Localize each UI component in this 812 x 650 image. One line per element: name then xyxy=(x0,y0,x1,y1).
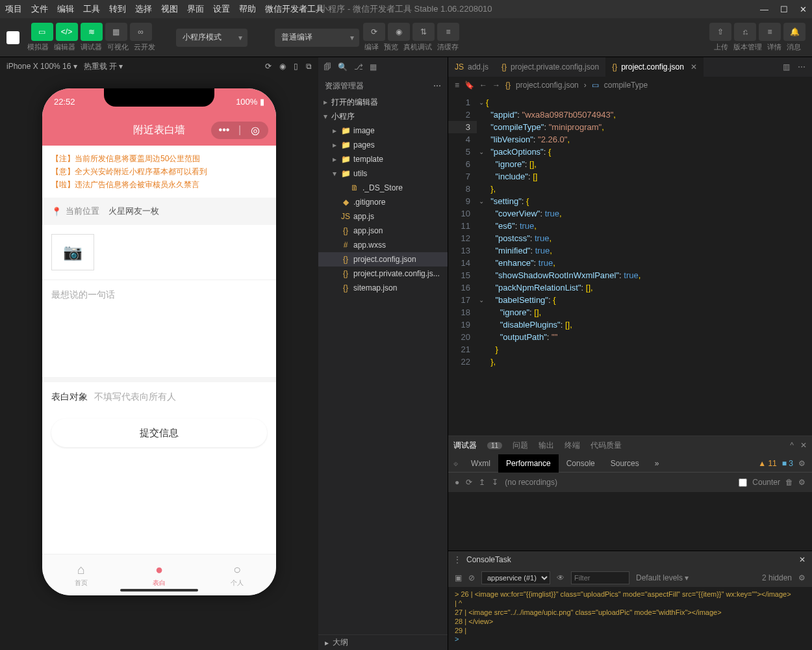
context-select[interactable]: appservice (#1) xyxy=(481,571,550,584)
section-project[interactable]: ▾小程序 xyxy=(318,109,448,124)
menu-settings[interactable]: 设置 xyxy=(213,3,230,15)
compile-button[interactable]: ⟳ xyxy=(363,23,385,41)
version-button[interactable]: ⎌ xyxy=(734,23,756,41)
filter-input[interactable] xyxy=(571,571,629,584)
warn-count[interactable]: ▲ 11 xyxy=(758,459,777,468)
perf-record-icon[interactable]: ● xyxy=(455,478,459,487)
tree-item-.gitignore[interactable]: ◆.gitignore xyxy=(318,195,448,209)
menu-select[interactable]: 选择 xyxy=(135,3,152,15)
tree-item-template[interactable]: ▸📁template xyxy=(318,152,448,166)
section-open-editors[interactable]: ▸打开的编辑器 xyxy=(318,95,448,109)
capsule-close-icon[interactable]: ◎ xyxy=(247,124,263,136)
cloud-button[interactable]: ∞ xyxy=(130,23,152,41)
visual-button[interactable]: ▦ xyxy=(105,23,127,41)
tree-item-project.config.json[interactable]: {}project.config.json xyxy=(318,252,448,266)
forward-icon[interactable]: → xyxy=(492,81,500,90)
menu-goto[interactable]: 转到 xyxy=(109,3,126,15)
hidden-count[interactable]: 2 hidden xyxy=(762,573,792,582)
simulator-button[interactable]: ▭ xyxy=(31,23,53,41)
inspect-icon[interactable]: ⟐ xyxy=(448,459,463,468)
target-input[interactable]: 不填写代表向所有人 xyxy=(94,391,176,403)
rotate-icon[interactable]: ▯ xyxy=(294,62,298,71)
code-editor[interactable]: 12345678910111213141516171819202122 ⌄⌄⌄⌄… xyxy=(448,94,812,436)
wxml-tab[interactable]: Wxml xyxy=(463,454,498,473)
tab-add-js[interactable]: JSadd.js xyxy=(448,57,495,77)
console-gear-icon[interactable]: ⚙ xyxy=(798,573,806,582)
tree-item-utils[interactable]: ▾📁utils xyxy=(318,166,448,181)
minimize-icon[interactable]: — xyxy=(760,5,768,14)
list-icon[interactable]: ≡ xyxy=(455,81,459,90)
tab-profile[interactable]: ○个人 xyxy=(198,554,276,595)
scm-icon[interactable]: ⎇ xyxy=(354,62,363,72)
compile-select[interactable]: 普通编译 xyxy=(275,29,359,47)
console-tab[interactable]: Console xyxy=(559,454,603,473)
console-top-icon[interactable]: ▣ xyxy=(455,573,462,582)
output-tab[interactable]: 输出 xyxy=(539,440,554,451)
perf-gear-icon[interactable]: ⚙ xyxy=(798,478,806,487)
menu-view[interactable]: 视图 xyxy=(161,3,178,15)
menu-project[interactable]: 项目 xyxy=(5,3,22,15)
menu-file[interactable]: 文件 xyxy=(31,3,48,15)
counter-check[interactable] xyxy=(739,478,747,487)
refresh-icon[interactable]: ⟳ xyxy=(265,62,272,71)
console-clear-icon[interactable]: ⊘ xyxy=(468,573,475,582)
tree-item-pages[interactable]: ▸📁pages xyxy=(318,138,448,152)
ext-icon[interactable]: ▦ xyxy=(370,62,377,72)
search-icon[interactable]: 🔍 xyxy=(338,62,348,72)
hotreload-select[interactable]: 热重载 开 ▾ xyxy=(84,61,123,72)
tree-item-app.wxss[interactable]: #app.wxss xyxy=(318,238,448,252)
menu-devtools[interactable]: 微信开发者工具 xyxy=(265,3,324,15)
tab-close-icon[interactable]: ✕ xyxy=(691,62,697,72)
menu-edit[interactable]: 编辑 xyxy=(57,3,74,15)
maximize-icon[interactable]: ☐ xyxy=(780,5,788,14)
files-icon[interactable]: 🗐 xyxy=(324,62,331,72)
crumb-prop[interactable]: compileType xyxy=(604,81,648,90)
console-subtab[interactable]: Console xyxy=(466,555,495,564)
more-tabs-icon[interactable]: » xyxy=(647,454,667,473)
perf-download-icon[interactable]: ↧ xyxy=(492,478,498,487)
explorer-more-icon[interactable]: ⋯ xyxy=(433,81,441,90)
device-select[interactable]: iPhone X 100% 16 ▾ xyxy=(6,62,77,71)
levels-select[interactable]: Default levels ▾ xyxy=(636,573,689,582)
tree-item-sitemap.json[interactable]: {}sitemap.json xyxy=(318,281,448,295)
more-actions-icon[interactable]: ⋯ xyxy=(798,62,806,72)
tab-private-config[interactable]: {}project.private.config.json xyxy=(495,57,605,77)
remote-debug-button[interactable]: ⇅ xyxy=(412,23,435,41)
problems-tab[interactable]: 问题 xyxy=(513,440,528,451)
popout-icon[interactable]: ⧉ xyxy=(306,62,312,71)
bookmark-icon[interactable]: 🔖 xyxy=(464,81,474,90)
notify-button[interactable]: 🔔 xyxy=(783,23,806,41)
info-count[interactable]: ■ 3 xyxy=(782,459,793,468)
tree-item-image[interactable]: ▸📁image xyxy=(318,124,448,138)
task-subtab[interactable]: Task xyxy=(495,555,511,564)
menu-tools[interactable]: 工具 xyxy=(83,3,100,15)
preview-button[interactable]: ◉ xyxy=(388,23,410,41)
devtools-settings-icon[interactable]: ⚙ xyxy=(798,459,806,468)
close-icon[interactable]: ✕ xyxy=(800,5,807,14)
perf-reload-icon[interactable]: ⟳ xyxy=(466,478,472,487)
tree-item-app.json[interactable]: {}app.json xyxy=(318,224,448,238)
record-icon[interactable]: ◉ xyxy=(279,62,286,71)
eye-icon[interactable]: 👁 xyxy=(557,573,565,582)
menu-help[interactable]: 帮助 xyxy=(239,3,256,15)
crumb-file[interactable]: project.config.json xyxy=(516,81,579,90)
detail-button[interactable]: ≡ xyxy=(759,23,781,41)
console-menu-icon[interactable]: ⋮ xyxy=(448,555,466,564)
outline-section[interactable]: ▸大纲 xyxy=(318,634,448,650)
submit-button[interactable]: 提交信息 xyxy=(51,419,267,447)
split-editor-icon[interactable]: ▥ xyxy=(783,62,790,72)
quality-tab[interactable]: 代码质量 xyxy=(590,440,622,451)
debugger-tab[interactable]: 调试器 xyxy=(453,440,477,451)
tree-item-project.private.config.js...[interactable]: {}project.private.config.js... xyxy=(318,266,448,281)
perf-trash-icon[interactable]: 🗑 xyxy=(785,478,793,487)
tab-project-config[interactable]: {}project.config.json✕ xyxy=(605,57,704,77)
back-icon[interactable]: ← xyxy=(479,81,487,90)
panel-close-icon[interactable]: ✕ xyxy=(800,441,807,450)
terminal-tab[interactable]: 终端 xyxy=(565,440,580,451)
tab-home[interactable]: ⌂首页 xyxy=(42,554,120,595)
mode-select[interactable]: 小程序模式 xyxy=(176,29,247,47)
debugger-button[interactable]: ≋ xyxy=(81,23,103,41)
performance-tab[interactable]: Performance xyxy=(498,454,559,473)
upload-button[interactable]: ⇧ xyxy=(709,23,731,41)
tree-item-app.js[interactable]: JSapp.js xyxy=(318,209,448,224)
